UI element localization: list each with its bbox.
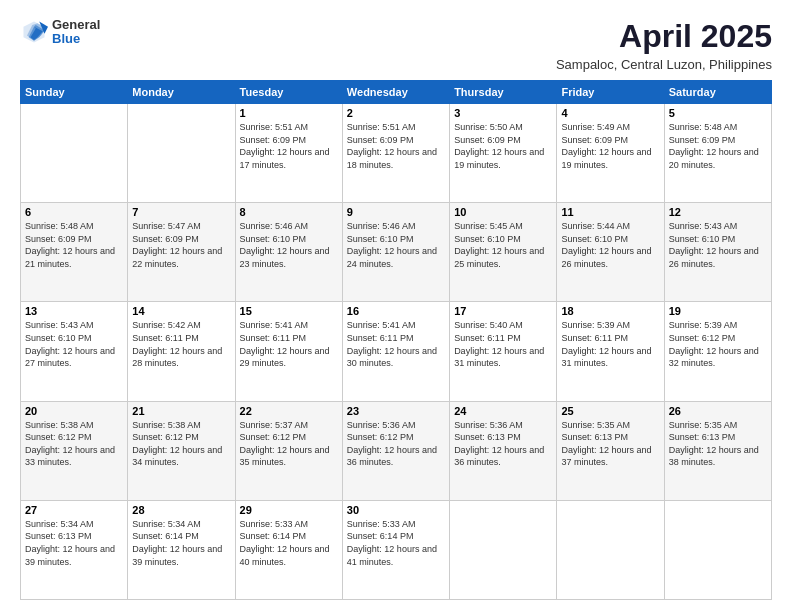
logo-text: General Blue <box>52 18 100 47</box>
calendar-cell-w0-d5: 4Sunrise: 5:49 AM Sunset: 6:09 PM Daylig… <box>557 104 664 203</box>
calendar-cell-w2-d5: 18Sunrise: 5:39 AM Sunset: 6:11 PM Dayli… <box>557 302 664 401</box>
day-number-w0-d3: 2 <box>347 107 445 119</box>
day-number-w2-d3: 16 <box>347 305 445 317</box>
day-info-w3-d3: Sunrise: 5:36 AM Sunset: 6:12 PM Dayligh… <box>347 419 445 469</box>
header-saturday: Saturday <box>664 81 771 104</box>
calendar-cell-w2-d3: 16Sunrise: 5:41 AM Sunset: 6:11 PM Dayli… <box>342 302 449 401</box>
calendar-cell-w3-d5: 25Sunrise: 5:35 AM Sunset: 6:13 PM Dayli… <box>557 401 664 500</box>
day-number-w0-d2: 1 <box>240 107 338 119</box>
day-number-w4-d2: 29 <box>240 504 338 516</box>
calendar-cell-w0-d6: 5Sunrise: 5:48 AM Sunset: 6:09 PM Daylig… <box>664 104 771 203</box>
calendar-cell-w1-d0: 6Sunrise: 5:48 AM Sunset: 6:09 PM Daylig… <box>21 203 128 302</box>
day-number-w0-d6: 5 <box>669 107 767 119</box>
calendar-cell-w2-d6: 19Sunrise: 5:39 AM Sunset: 6:12 PM Dayli… <box>664 302 771 401</box>
calendar-cell-w3-d3: 23Sunrise: 5:36 AM Sunset: 6:12 PM Dayli… <box>342 401 449 500</box>
calendar-cell-w3-d0: 20Sunrise: 5:38 AM Sunset: 6:12 PM Dayli… <box>21 401 128 500</box>
day-info-w0-d5: Sunrise: 5:49 AM Sunset: 6:09 PM Dayligh… <box>561 121 659 171</box>
calendar-cell-w1-d6: 12Sunrise: 5:43 AM Sunset: 6:10 PM Dayli… <box>664 203 771 302</box>
day-number-w3-d6: 26 <box>669 405 767 417</box>
header-tuesday: Tuesday <box>235 81 342 104</box>
day-info-w3-d1: Sunrise: 5:38 AM Sunset: 6:12 PM Dayligh… <box>132 419 230 469</box>
day-info-w1-d1: Sunrise: 5:47 AM Sunset: 6:09 PM Dayligh… <box>132 220 230 270</box>
day-number-w3-d1: 21 <box>132 405 230 417</box>
day-number-w2-d6: 19 <box>669 305 767 317</box>
day-number-w1-d0: 6 <box>25 206 123 218</box>
day-info-w2-d0: Sunrise: 5:43 AM Sunset: 6:10 PM Dayligh… <box>25 319 123 369</box>
calendar-cell-w4-d6 <box>664 500 771 599</box>
calendar-cell-w2-d4: 17Sunrise: 5:40 AM Sunset: 6:11 PM Dayli… <box>450 302 557 401</box>
title-block: April 2025 Sampaloc, Central Luzon, Phil… <box>556 18 772 72</box>
calendar-cell-w0-d3: 2Sunrise: 5:51 AM Sunset: 6:09 PM Daylig… <box>342 104 449 203</box>
header-sunday: Sunday <box>21 81 128 104</box>
logo: General Blue <box>20 18 100 47</box>
day-info-w3-d5: Sunrise: 5:35 AM Sunset: 6:13 PM Dayligh… <box>561 419 659 469</box>
logo-blue-label: Blue <box>52 32 100 46</box>
calendar-cell-w2-d1: 14Sunrise: 5:42 AM Sunset: 6:11 PM Dayli… <box>128 302 235 401</box>
day-info-w4-d1: Sunrise: 5:34 AM Sunset: 6:14 PM Dayligh… <box>132 518 230 568</box>
day-info-w2-d5: Sunrise: 5:39 AM Sunset: 6:11 PM Dayligh… <box>561 319 659 369</box>
day-info-w1-d3: Sunrise: 5:46 AM Sunset: 6:10 PM Dayligh… <box>347 220 445 270</box>
header-monday: Monday <box>128 81 235 104</box>
calendar-cell-w4-d1: 28Sunrise: 5:34 AM Sunset: 6:14 PM Dayli… <box>128 500 235 599</box>
calendar-cell-w3-d1: 21Sunrise: 5:38 AM Sunset: 6:12 PM Dayli… <box>128 401 235 500</box>
calendar-cell-w0-d1 <box>128 104 235 203</box>
day-number-w2-d1: 14 <box>132 305 230 317</box>
day-info-w3-d4: Sunrise: 5:36 AM Sunset: 6:13 PM Dayligh… <box>454 419 552 469</box>
week-row-3: 20Sunrise: 5:38 AM Sunset: 6:12 PM Dayli… <box>21 401 772 500</box>
day-number-w3-d5: 25 <box>561 405 659 417</box>
calendar-cell-w0-d4: 3Sunrise: 5:50 AM Sunset: 6:09 PM Daylig… <box>450 104 557 203</box>
day-info-w3-d0: Sunrise: 5:38 AM Sunset: 6:12 PM Dayligh… <box>25 419 123 469</box>
calendar-cell-w2-d2: 15Sunrise: 5:41 AM Sunset: 6:11 PM Dayli… <box>235 302 342 401</box>
day-number-w2-d5: 18 <box>561 305 659 317</box>
calendar-cell-w0-d0 <box>21 104 128 203</box>
day-number-w1-d6: 12 <box>669 206 767 218</box>
day-info-w1-d0: Sunrise: 5:48 AM Sunset: 6:09 PM Dayligh… <box>25 220 123 270</box>
calendar-cell-w4-d0: 27Sunrise: 5:34 AM Sunset: 6:13 PM Dayli… <box>21 500 128 599</box>
day-number-w0-d5: 4 <box>561 107 659 119</box>
day-info-w0-d4: Sunrise: 5:50 AM Sunset: 6:09 PM Dayligh… <box>454 121 552 171</box>
day-info-w2-d3: Sunrise: 5:41 AM Sunset: 6:11 PM Dayligh… <box>347 319 445 369</box>
calendar-cell-w1-d2: 8Sunrise: 5:46 AM Sunset: 6:10 PM Daylig… <box>235 203 342 302</box>
calendar: Sunday Monday Tuesday Wednesday Thursday… <box>20 80 772 600</box>
day-info-w0-d2: Sunrise: 5:51 AM Sunset: 6:09 PM Dayligh… <box>240 121 338 171</box>
day-info-w0-d6: Sunrise: 5:48 AM Sunset: 6:09 PM Dayligh… <box>669 121 767 171</box>
header: General Blue April 2025 Sampaloc, Centra… <box>20 18 772 72</box>
day-info-w1-d2: Sunrise: 5:46 AM Sunset: 6:10 PM Dayligh… <box>240 220 338 270</box>
day-number-w2-d2: 15 <box>240 305 338 317</box>
calendar-header-row: Sunday Monday Tuesday Wednesday Thursday… <box>21 81 772 104</box>
logo-general-label: General <box>52 18 100 32</box>
day-number-w0-d4: 3 <box>454 107 552 119</box>
day-number-w2-d0: 13 <box>25 305 123 317</box>
day-info-w1-d6: Sunrise: 5:43 AM Sunset: 6:10 PM Dayligh… <box>669 220 767 270</box>
day-info-w4-d2: Sunrise: 5:33 AM Sunset: 6:14 PM Dayligh… <box>240 518 338 568</box>
day-number-w1-d2: 8 <box>240 206 338 218</box>
calendar-cell-w0-d2: 1Sunrise: 5:51 AM Sunset: 6:09 PM Daylig… <box>235 104 342 203</box>
day-info-w2-d4: Sunrise: 5:40 AM Sunset: 6:11 PM Dayligh… <box>454 319 552 369</box>
day-info-w2-d1: Sunrise: 5:42 AM Sunset: 6:11 PM Dayligh… <box>132 319 230 369</box>
calendar-cell-w1-d1: 7Sunrise: 5:47 AM Sunset: 6:09 PM Daylig… <box>128 203 235 302</box>
calendar-cell-w3-d4: 24Sunrise: 5:36 AM Sunset: 6:13 PM Dayli… <box>450 401 557 500</box>
week-row-1: 6Sunrise: 5:48 AM Sunset: 6:09 PM Daylig… <box>21 203 772 302</box>
day-number-w4-d0: 27 <box>25 504 123 516</box>
day-info-w3-d2: Sunrise: 5:37 AM Sunset: 6:12 PM Dayligh… <box>240 419 338 469</box>
calendar-cell-w4-d2: 29Sunrise: 5:33 AM Sunset: 6:14 PM Dayli… <box>235 500 342 599</box>
calendar-cell-w2-d0: 13Sunrise: 5:43 AM Sunset: 6:10 PM Dayli… <box>21 302 128 401</box>
day-number-w3-d3: 23 <box>347 405 445 417</box>
day-number-w3-d4: 24 <box>454 405 552 417</box>
day-number-w1-d5: 11 <box>561 206 659 218</box>
calendar-cell-w1-d5: 11Sunrise: 5:44 AM Sunset: 6:10 PM Dayli… <box>557 203 664 302</box>
day-number-w1-d4: 10 <box>454 206 552 218</box>
day-info-w1-d5: Sunrise: 5:44 AM Sunset: 6:10 PM Dayligh… <box>561 220 659 270</box>
calendar-cell-w4-d5 <box>557 500 664 599</box>
header-wednesday: Wednesday <box>342 81 449 104</box>
day-number-w1-d3: 9 <box>347 206 445 218</box>
calendar-cell-w3-d6: 26Sunrise: 5:35 AM Sunset: 6:13 PM Dayli… <box>664 401 771 500</box>
page: General Blue April 2025 Sampaloc, Centra… <box>0 0 792 612</box>
day-number-w1-d1: 7 <box>132 206 230 218</box>
calendar-cell-w4-d4 <box>450 500 557 599</box>
calendar-cell-w4-d3: 30Sunrise: 5:33 AM Sunset: 6:14 PM Dayli… <box>342 500 449 599</box>
calendar-cell-w1-d3: 9Sunrise: 5:46 AM Sunset: 6:10 PM Daylig… <box>342 203 449 302</box>
week-row-0: 1Sunrise: 5:51 AM Sunset: 6:09 PM Daylig… <box>21 104 772 203</box>
week-row-2: 13Sunrise: 5:43 AM Sunset: 6:10 PM Dayli… <box>21 302 772 401</box>
day-number-w4-d1: 28 <box>132 504 230 516</box>
